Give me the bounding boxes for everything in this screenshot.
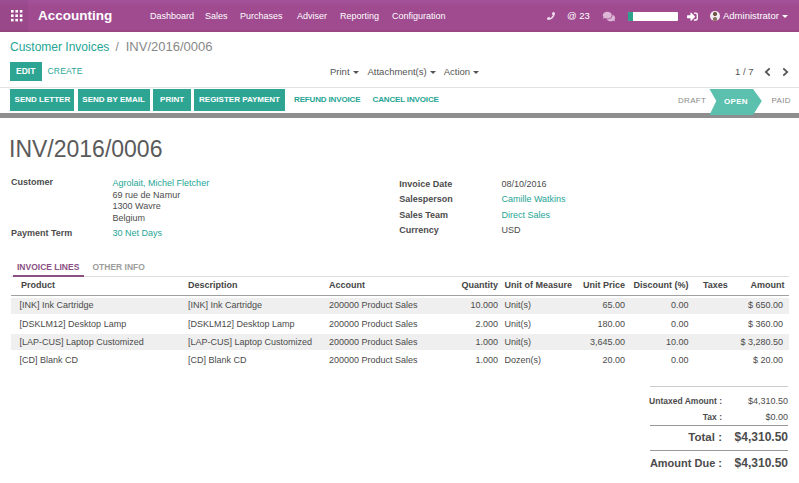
- svg-text:OPEN: OPEN: [724, 97, 748, 106]
